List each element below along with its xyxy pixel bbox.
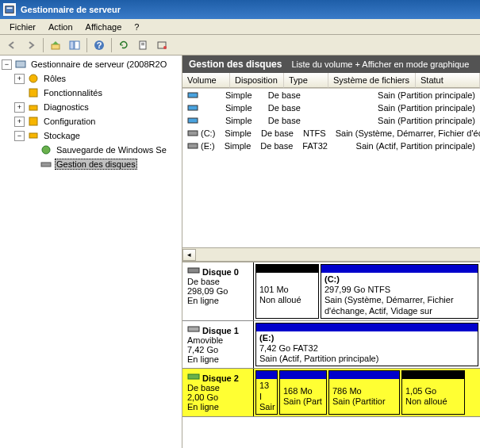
col-filesystem[interactable]: Système de fichiers [328, 73, 416, 88]
config-icon [27, 115, 40, 128]
backup-icon [40, 144, 52, 156]
collapse-icon[interactable]: − [14, 131, 25, 141]
volume-icon [187, 90, 198, 100]
svg-rect-27 [188, 374, 199, 379]
partition-bar-blue [329, 371, 399, 379]
svg-point-13 [29, 75, 37, 82]
svg-rect-8 [141, 43, 144, 44]
col-layout[interactable]: Disposition [230, 73, 284, 88]
toolbar-separator [111, 38, 112, 52]
removable-disk-icon [187, 324, 200, 334]
svg-rect-14 [29, 89, 37, 97]
show-hide-tree-button[interactable] [66, 36, 83, 54]
partition-d2-2[interactable]: 786 Mo Sain (Partitior [328, 370, 400, 415]
window-title: Gestionnaire de serveur [21, 5, 121, 14]
table-row[interactable]: SimpleDe baseSain (Partition principale) [182, 89, 480, 101]
svg-rect-4 [75, 41, 79, 49]
partition-e[interactable]: (E:) 7,42 Go FAT32 Sain (Actif, Partitio… [255, 323, 478, 367]
tree-features[interactable]: Fonctionnalités [2, 86, 180, 100]
tree-panel: − Gestionnaire de serveur (2008R2O + Rôl… [0, 56, 182, 448]
tree-disk-management[interactable]: Gestion des disques [2, 157, 180, 171]
svg-point-18 [42, 146, 50, 154]
disk-row-2[interactable]: Disque 2 De base 2,00 Go En ligne 13 I S… [182, 369, 480, 417]
svg-rect-3 [70, 41, 74, 49]
tree-storage[interactable]: − Stockage [2, 128, 180, 143]
up-button[interactable] [47, 36, 64, 54]
menu-view[interactable]: Affichage [79, 21, 129, 33]
partition-d2-1[interactable]: 168 Mo Sain (Part [279, 370, 327, 415]
roles-icon [27, 72, 40, 85]
svg-rect-20 [188, 93, 198, 98]
window-titlebar: Gestionnaire de serveur [0, 0, 480, 19]
settings-button[interactable] [134, 36, 152, 54]
help-button[interactable]: ? [90, 36, 108, 54]
nav-back-button[interactable] [3, 36, 21, 54]
table-row[interactable]: SimpleDe baseSain (Partition principale) [182, 114, 480, 127]
svg-rect-12 [16, 61, 25, 67]
volume-table: Volume Disposition Type Système de fichi… [182, 73, 480, 247]
menu-action[interactable]: Action [42, 21, 79, 33]
scroll-left-icon[interactable]: ◂ [182, 249, 196, 261]
table-header: Volume Disposition Type Système de fichi… [182, 73, 480, 89]
tree-backup[interactable]: Sauvegarde de Windows Se [2, 143, 180, 157]
svg-rect-16 [29, 117, 37, 125]
table-row[interactable]: (C:)SimpleDe baseNTFSSain (Système, Déma… [182, 127, 480, 140]
partition-bar-blue [256, 371, 277, 379]
app-icon [3, 3, 16, 16]
diagnostics-icon [27, 101, 40, 113]
svg-rect-23 [188, 131, 198, 136]
partition-bar-blue [280, 371, 326, 379]
tree-roles[interactable]: + Rôles [2, 71, 180, 86]
disk-mgmt-icon [40, 158, 52, 170]
disk-icon [187, 266, 200, 275]
panel-header: Gestion des disques Liste du volume + Af… [182, 56, 480, 73]
disk-row-1[interactable]: Disque 1 Amovible 7,42 Go En ligne (E:) … [182, 321, 480, 370]
partition-bar-black [402, 371, 464, 379]
svg-rect-2 [52, 44, 60, 49]
nav-forward-button[interactable] [22, 36, 40, 54]
storage-icon [27, 129, 40, 142]
col-type[interactable]: Type [284, 73, 328, 88]
table-body: SimpleDe baseSain (Partition principale)… [182, 89, 480, 247]
partition-unallocated[interactable]: 101 Mo Non alloué [255, 264, 319, 319]
svg-rect-22 [188, 118, 198, 123]
table-row[interactable]: SimpleDe baseSain (Partition principale) [182, 101, 480, 114]
svg-rect-15 [29, 105, 37, 110]
svg-rect-1 [7, 7, 13, 9]
menu-help[interactable]: ? [128, 21, 145, 33]
disk-info: Disque 0 De base 298,09 Go En ligne [182, 262, 254, 320]
svg-rect-9 [141, 44, 144, 45]
disk-info: Disque 2 De base 2,00 Go En ligne [182, 369, 254, 416]
partition-d2-unallocated[interactable]: 1,05 Go Non alloué [401, 370, 465, 415]
volume-icon [187, 128, 198, 138]
expand-icon[interactable]: + [14, 102, 25, 113]
tree-root[interactable]: − Gestionnaire de serveur (2008R2O [2, 57, 180, 71]
volume-icon [187, 141, 198, 151]
col-volume[interactable]: Volume [182, 73, 230, 88]
partition-d2-0[interactable]: 13 I Sair [255, 370, 278, 415]
svg-text:?: ? [97, 40, 102, 50]
tree-configuration[interactable]: + Configuration [2, 114, 180, 128]
collapse-icon[interactable]: − [2, 59, 12, 70]
horizontal-scrollbar[interactable]: ◂ [182, 247, 480, 261]
table-row[interactable]: (E:)SimpleDe baseFAT32Sain (Actif, Parti… [182, 140, 480, 152]
partition-c[interactable]: (C:) 297,99 Go NTFS Sain (Système, Démar… [321, 264, 478, 319]
panel-title: Gestion des disques [189, 59, 282, 70]
expand-icon[interactable]: + [14, 74, 25, 84]
tree-diagnostics[interactable]: + Diagnostics [2, 100, 180, 114]
refresh-button[interactable] [115, 36, 132, 54]
volume-icon [187, 103, 198, 113]
disk-info: Disque 1 Amovible 7,42 Go En ligne [182, 321, 254, 369]
menu-file[interactable]: Fichier [3, 21, 42, 33]
svg-point-11 [163, 46, 167, 49]
svg-rect-25 [188, 268, 199, 273]
expand-icon[interactable]: + [14, 117, 25, 127]
properties-button[interactable] [153, 36, 171, 54]
col-status[interactable]: Statut [416, 73, 480, 88]
panel-subtitle: Liste du volume + Afficher en mode graph… [291, 59, 469, 69]
toolbar: ? [0, 35, 480, 56]
disk-icon [187, 372, 200, 381]
svg-rect-21 [188, 105, 198, 110]
svg-rect-24 [188, 144, 198, 148]
disk-row-0[interactable]: Disque 0 De base 298,09 Go En ligne 101 … [182, 262, 480, 321]
